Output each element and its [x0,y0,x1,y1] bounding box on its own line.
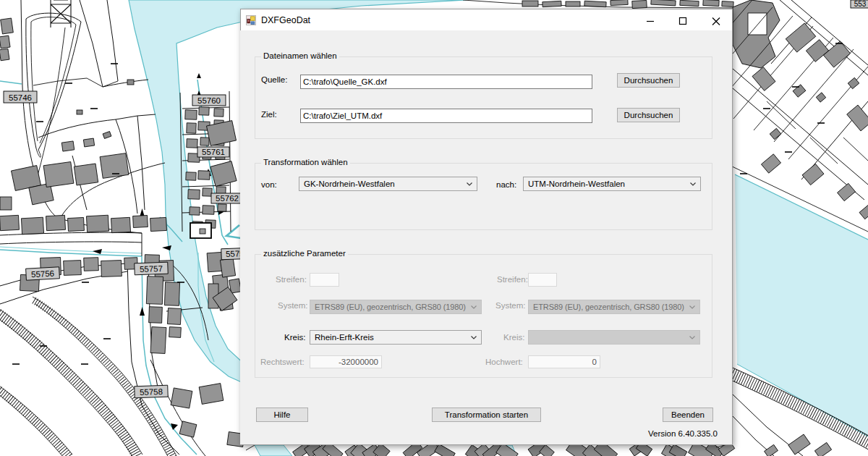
svg-text:55758: 55758 [140,387,163,397]
svg-text:55760: 55760 [197,96,221,105]
svg-text:55746: 55746 [9,93,32,102]
svg-text:55756: 55756 [31,269,55,279]
svg-text:553: 553 [854,0,867,8]
svg-text:55761: 55761 [202,148,225,156]
svg-text:55762: 55762 [216,194,239,203]
svg-text:55757: 55757 [140,264,163,274]
